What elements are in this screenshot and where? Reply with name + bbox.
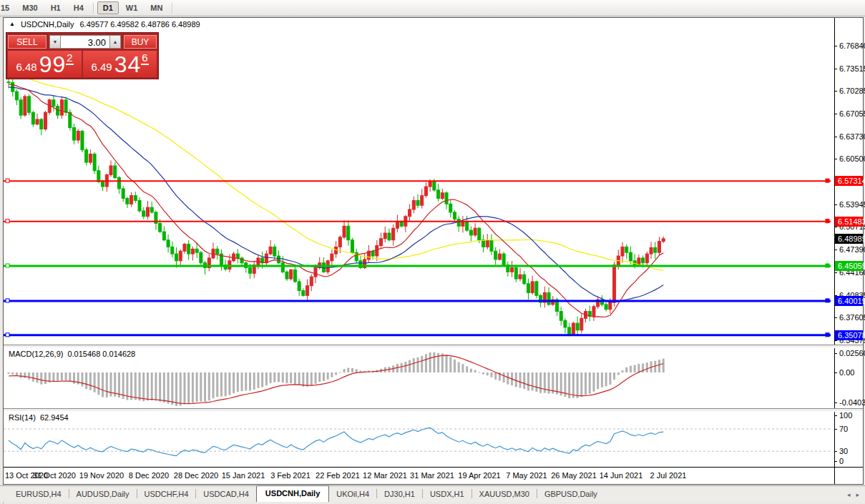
hline-6-45059-left-handle[interactable] (6, 264, 9, 267)
price-axis[interactable]: 6.768406.735156.702856.670556.637306.605… (834, 18, 863, 484)
tab-audusd-daily[interactable]: AUDUSD,Daily (69, 487, 137, 502)
macd-bar (646, 362, 648, 372)
hline-6-40019-left-handle[interactable] (6, 299, 9, 302)
sell-price-big: 99 (39, 54, 67, 75)
tick-mark (834, 272, 837, 273)
timeframe-m30-button[interactable]: M30 (16, 1, 43, 14)
candle-body (433, 182, 436, 190)
hline-6-35078-left-handle[interactable] (6, 333, 9, 337)
macd-bar (490, 372, 492, 377)
macd-bar (441, 353, 444, 372)
buy-price-big: 34 (114, 54, 142, 75)
price-tag-6-35078: 6.35078 (835, 330, 863, 340)
timeframe-h4-button[interactable]: H4 (68, 1, 89, 14)
candle-body (580, 318, 583, 330)
macd-bar (609, 372, 611, 385)
candle-body (421, 196, 424, 206)
macd-bar (8, 372, 10, 374)
macd-bar (24, 372, 26, 378)
chart-canvas[interactable] (4, 18, 834, 484)
candle-body (142, 211, 145, 217)
macd-pane[interactable] (8, 352, 665, 406)
tab-scroll-left-icon[interactable]: ◂ (847, 491, 851, 498)
candle-body (662, 239, 665, 242)
macd-bar (102, 372, 104, 397)
macd-bar (461, 364, 464, 372)
hline-6-57314-left-handle[interactable] (6, 179, 9, 182)
timeframe-h1-button[interactable]: H1 (45, 1, 67, 14)
macd-bar (233, 372, 235, 393)
tab-usdcad-h4[interactable]: USDCAD,H4 (196, 487, 256, 502)
tab-usdchf-h4[interactable]: USDCHF,H4 (137, 487, 196, 502)
sell-button[interactable]: SELL (8, 35, 47, 49)
buy-button[interactable]: BUY (124, 35, 157, 49)
candle-body (248, 268, 251, 274)
macd-bar (175, 372, 177, 406)
tick-mark (834, 159, 837, 159)
candlestick-series (7, 76, 665, 337)
date-axis-label: 19 Nov 2020 (79, 471, 124, 480)
hline-6-57314-right-handle[interactable] (826, 179, 829, 182)
macd-bar (454, 360, 456, 372)
tick-label: 6.73515 (839, 64, 865, 73)
tick-mark (834, 372, 837, 373)
candle-body (191, 249, 194, 254)
macd-bar (237, 372, 239, 392)
candle-body (44, 112, 47, 129)
candle-body (625, 247, 628, 252)
candle-body (179, 251, 182, 261)
candle-body (183, 244, 186, 252)
hline-6-40019-right-handle[interactable] (826, 299, 829, 302)
date-axis[interactable]: 13 Oct 202031 Oct 202019 Nov 20208 Dec 2… (4, 468, 834, 484)
macd-bar (449, 357, 451, 372)
tab-usdcnh-daily[interactable]: USDCNH,Daily (256, 485, 329, 502)
tab-dj30-h1[interactable]: DJ30,H1 (377, 487, 422, 502)
candle-body (535, 282, 538, 295)
macd-bar (417, 357, 419, 372)
candle-body (69, 112, 72, 127)
macd-bar (347, 367, 349, 372)
candle-body (449, 204, 452, 212)
volume-increase-button[interactable]: ▲ (109, 35, 121, 49)
tab-scroll-right-icon[interactable]: ▸ (856, 491, 859, 498)
rsi-pane[interactable] (4, 428, 834, 455)
sell-price-tile[interactable]: 6.48 99 2 (8, 51, 82, 77)
hline-6-51483-right-handle[interactable] (826, 219, 829, 223)
macd-bar (487, 372, 489, 375)
volume-input[interactable] (61, 36, 109, 49)
candle-body (265, 254, 268, 263)
candle-body (338, 237, 341, 247)
macd-pane-splitter[interactable] (4, 345, 863, 348)
macd-bar (356, 369, 358, 372)
hline-6-51483-left-handle[interactable] (6, 219, 9, 223)
macd-bar (159, 372, 161, 402)
rsi-pane-splitter[interactable] (4, 408, 863, 412)
candle-body (117, 177, 120, 189)
timeframe-w1-button[interactable]: W1 (120, 1, 144, 14)
hline-6-35078-right-handle[interactable] (826, 333, 829, 337)
main-price-pane[interactable] (4, 72, 834, 337)
candle-body (351, 240, 353, 252)
macd-bar (617, 372, 620, 375)
candle-body (654, 247, 657, 252)
candle-body (195, 249, 198, 252)
timeframe-d1-button[interactable]: D1 (97, 1, 119, 14)
macd-bar (65, 372, 67, 380)
volume-decrease-button[interactable]: ▼ (49, 35, 61, 49)
tab-gbpusd-daily[interactable]: GBPUSD,Daily (537, 487, 605, 502)
tab-ukoil-h4[interactable]: UKOil,H4 (329, 487, 376, 502)
candle-body (233, 254, 235, 261)
candle-body (216, 249, 219, 254)
tick-mark (834, 91, 837, 92)
tab-usdx-h1[interactable]: USDX,H1 (423, 487, 471, 502)
candle-body (31, 112, 34, 124)
hline-6-45059-right-handle[interactable] (826, 264, 829, 267)
candle-body (73, 128, 76, 140)
tab-xauusd-m30[interactable]: XAUUSD,M30 (472, 487, 537, 502)
timeframe-mn-button[interactable]: MN (145, 1, 168, 14)
price-tag-6-51483: 6.51483 (835, 217, 863, 227)
candle-body (642, 258, 645, 263)
tab-eurusd-h4[interactable]: EURUSD,H4 (9, 487, 69, 502)
timeframe-m15-button[interactable]: 15 (0, 1, 15, 14)
buy-price-tile[interactable]: 6.49 34 6 (83, 51, 157, 77)
